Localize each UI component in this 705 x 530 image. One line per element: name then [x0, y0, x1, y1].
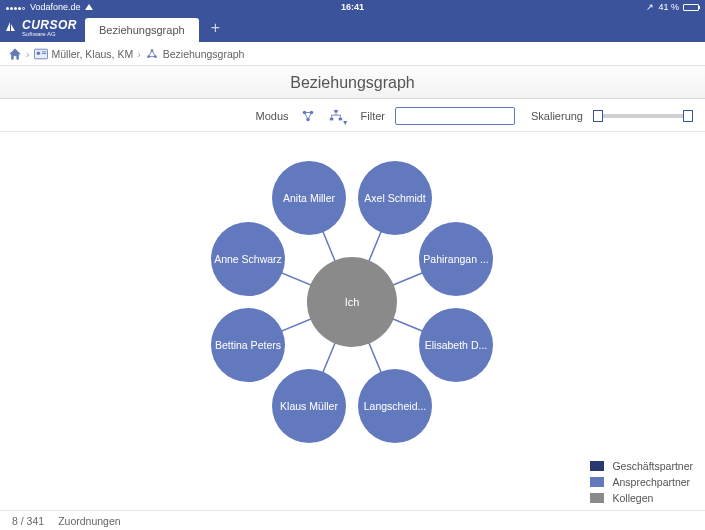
controls-row: Modus ▼ Filter Skalierung — [0, 99, 705, 132]
graph-node-label: Anita Miller — [283, 192, 335, 204]
graph-canvas[interactable]: Ich Anita Miller Axel Schmidt Pahirangan… — [0, 132, 705, 472]
footer-counter: 8 / 341 — [12, 515, 44, 527]
graph-node-label: Langscheid... — [364, 400, 426, 412]
breadcrumb-person[interactable]: Müller, Klaus, KM — [52, 48, 134, 60]
brand-name: CURSOR — [22, 19, 77, 31]
graph-node-label: Ich — [345, 296, 360, 308]
graph-node-label: Pahirangan ... — [423, 253, 488, 265]
legend-label: Kollegen — [612, 492, 653, 504]
modus-label: Modus — [256, 110, 289, 122]
signal-dots-icon — [6, 2, 26, 12]
battery-icon — [683, 4, 699, 11]
graph-nodes-icon[interactable] — [145, 47, 159, 61]
home-icon[interactable] — [8, 47, 22, 61]
footer-label: Zuordnungen — [58, 515, 120, 527]
svg-rect-2 — [41, 51, 45, 52]
tab-label: Beziehungsgraph — [99, 24, 185, 36]
legend-item: Kollegen — [590, 492, 693, 504]
legend-label: Ansprechpartner — [612, 476, 690, 488]
graph-node-label: Klaus Müller — [280, 400, 338, 412]
graph-node-label: Anne Schwarz — [214, 253, 282, 265]
chevron-right-icon: › — [137, 48, 141, 60]
legend-swatch — [590, 477, 604, 487]
legend-swatch — [590, 461, 604, 471]
slider-thumb[interactable] — [593, 110, 603, 122]
person-card-icon[interactable] — [34, 48, 48, 60]
graph-node-label: Bettina Peters — [215, 339, 281, 351]
mode-tree-button[interactable]: ▼ — [327, 107, 345, 125]
legend-label: Geschäftspartner — [612, 460, 693, 472]
scale-slider[interactable] — [593, 110, 693, 122]
graph-node-center[interactable]: Ich — [307, 257, 397, 347]
add-tab-button[interactable]: + — [199, 14, 232, 42]
graph-node[interactable]: Anne Schwarz — [211, 222, 285, 296]
svg-rect-10 — [334, 110, 338, 113]
slider-track — [593, 114, 693, 118]
brand-sail-icon — [4, 21, 16, 36]
skalierung-label: Skalierung — [531, 110, 583, 122]
ios-status-bar: Vodafone.de 16:41 ↗ 41 % — [0, 0, 705, 14]
svg-rect-11 — [329, 118, 333, 121]
battery-pct: 41 % — [658, 2, 679, 12]
graph-node[interactable]: Bettina Peters — [211, 308, 285, 382]
legend-item: Ansprechpartner — [590, 476, 693, 488]
footer: 8 / 341 Zuordnungen — [0, 510, 705, 530]
graph-node[interactable]: Langscheid... — [358, 369, 432, 443]
battery-arrow-icon: ↗ — [646, 2, 654, 12]
chevron-right-icon: › — [26, 48, 30, 60]
graph-node-label: Elisabeth D... — [425, 339, 487, 351]
legend-item: Geschäftspartner — [590, 460, 693, 472]
clock: 16:41 — [341, 2, 364, 12]
legend-swatch — [590, 493, 604, 503]
filter-input[interactable] — [395, 107, 515, 125]
app-bar: CURSOR Software AG Beziehungsgraph + — [0, 14, 705, 42]
graph-node-label: Axel Schmidt — [364, 192, 425, 204]
breadcrumb: › Müller, Klaus, KM › Beziehungsgraph — [0, 42, 705, 66]
tab-active[interactable]: Beziehungsgraph — [85, 18, 199, 42]
page-title: Beziehungsgraph — [0, 66, 705, 99]
filter-label: Filter — [361, 110, 385, 122]
graph-node[interactable]: Pahirangan ... — [419, 222, 493, 296]
svg-point-1 — [36, 51, 40, 55]
slider-end — [683, 110, 693, 122]
brand-sub: Software AG — [22, 31, 77, 37]
wifi-icon — [85, 4, 93, 10]
graph-node[interactable]: Klaus Müller — [272, 369, 346, 443]
svg-rect-3 — [41, 53, 45, 54]
graph-node[interactable]: Elisabeth D... — [419, 308, 493, 382]
carrier-label: Vodafone.de — [30, 2, 81, 12]
breadcrumb-page[interactable]: Beziehungsgraph — [163, 48, 245, 60]
dropdown-caret-icon: ▼ — [342, 119, 349, 126]
legend: Geschäftspartner Ansprechpartner Kollege… — [590, 456, 693, 504]
graph-node[interactable]: Axel Schmidt — [358, 161, 432, 235]
mode-graph-button[interactable] — [299, 107, 317, 125]
brand: CURSOR Software AG — [18, 14, 85, 42]
graph-node[interactable]: Anita Miller — [272, 161, 346, 235]
